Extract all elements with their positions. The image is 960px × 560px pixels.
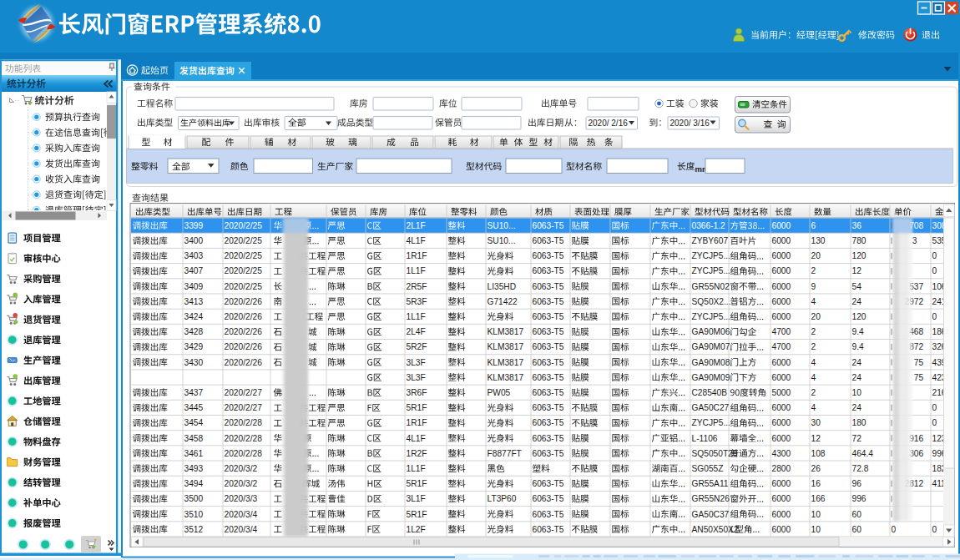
svg-text:2: 2 <box>811 388 816 397</box>
svg-text:3399: 3399 <box>184 221 204 230</box>
svg-text:24: 24 <box>852 358 862 367</box>
svg-text:996: 996 <box>852 494 867 503</box>
svg-text:3403: 3403 <box>184 251 204 260</box>
svg-text:3429: 3429 <box>184 342 204 351</box>
svg-text:2L4F: 2L4F <box>407 327 426 336</box>
svg-text:1L1F: 1L1F <box>407 464 426 473</box>
svg-text:6000: 6000 <box>772 221 791 230</box>
svg-text:2020/2/26: 2020/2/26 <box>225 297 263 306</box>
svg-text:3493: 3493 <box>184 464 204 473</box>
svg-text:6063-T5: 6063-T5 <box>533 251 564 260</box>
svg-text:6063-T5: 6063-T5 <box>533 494 564 503</box>
svg-text:6000: 6000 <box>772 525 791 534</box>
svg-text:75: 75 <box>914 358 924 367</box>
svg-text:6: 6 <box>811 221 816 230</box>
svg-text:12: 12 <box>811 434 821 443</box>
svg-text:24: 24 <box>852 403 862 412</box>
svg-text:2800: 2800 <box>772 464 791 473</box>
svg-text:6000: 6000 <box>772 510 791 519</box>
svg-text:108: 108 <box>811 449 826 458</box>
svg-text:36: 36 <box>852 221 862 230</box>
svg-text:2L1F: 2L1F <box>407 221 426 230</box>
svg-text:2020/3/2: 2020/3/2 <box>225 464 258 473</box>
svg-text:6000: 6000 <box>772 297 791 306</box>
svg-text:LI35HD: LI35HD <box>488 282 517 291</box>
svg-text:4: 4 <box>811 358 816 367</box>
svg-text:KLM3817: KLM3817 <box>488 342 524 351</box>
svg-text:464.4: 464.4 <box>852 449 874 458</box>
svg-text:30: 30 <box>811 418 821 427</box>
svg-text:6063-T5: 6063-T5 <box>533 221 564 230</box>
svg-text:4300: 4300 <box>772 449 791 458</box>
svg-text:2020/2/26: 2020/2/26 <box>225 342 263 351</box>
svg-text:6063-T5: 6063-T5 <box>533 434 564 443</box>
svg-text:2020/3/2: 2020/3/2 <box>225 479 258 488</box>
svg-text:6063-T5: 6063-T5 <box>533 373 564 382</box>
svg-text:3L3F: 3L3F <box>407 358 426 367</box>
svg-text:72: 72 <box>852 434 862 443</box>
svg-text:3407: 3407 <box>184 266 204 275</box>
svg-text:180: 180 <box>852 418 867 427</box>
svg-text:2020/2/28: 2020/2/28 <box>225 434 263 443</box>
svg-text:SG055Z: SG055Z <box>692 464 724 473</box>
svg-text:0: 0 <box>932 266 937 275</box>
svg-text:4700: 4700 <box>772 327 791 336</box>
svg-text:2020/2/25: 2020/2/25 <box>225 266 263 275</box>
svg-text:2: 2 <box>811 266 816 275</box>
svg-text:6063-T5: 6063-T5 <box>533 388 564 397</box>
svg-text:6063-T5: 6063-T5 <box>533 510 564 519</box>
svg-text:3409: 3409 <box>184 282 204 291</box>
svg-text:6000: 6000 <box>772 403 791 412</box>
svg-text:KLM3817: KLM3817 <box>488 358 524 367</box>
svg-text:6063-T5: 6063-T5 <box>533 327 564 336</box>
svg-text:24: 24 <box>852 297 862 306</box>
svg-text:L-1106: L-1106 <box>692 434 718 443</box>
svg-text:5000: 5000 <box>772 388 791 397</box>
svg-text:GA90M07.: GA90M07. <box>692 342 733 351</box>
svg-text:4700: 4700 <box>772 342 791 351</box>
svg-text:3L1F: 3L1F <box>407 494 426 503</box>
svg-text:2020/2/26: 2020/2/26 <box>225 312 263 321</box>
svg-text:GR55A11: GR55A11 <box>692 479 729 488</box>
svg-text:20: 20 <box>811 251 821 260</box>
svg-text:SU10...: SU10... <box>488 236 516 245</box>
svg-text:2: 2 <box>811 342 816 351</box>
svg-text:4: 4 <box>811 297 816 306</box>
svg-text:0: 0 <box>932 312 937 321</box>
svg-text:6000: 6000 <box>772 418 791 427</box>
svg-text:5R1F: 5R1F <box>407 479 427 488</box>
svg-text:72.8: 72.8 <box>852 464 869 473</box>
svg-text:10: 10 <box>811 510 821 519</box>
svg-text:LT3P60: LT3P60 <box>488 494 517 503</box>
svg-text:130: 130 <box>811 236 826 245</box>
svg-text:1L1F: 1L1F <box>407 312 426 321</box>
svg-text:0: 0 <box>932 525 937 534</box>
svg-text:3454: 3454 <box>184 418 204 427</box>
svg-text:10: 10 <box>811 525 821 534</box>
svg-text:9.4: 9.4 <box>852 327 864 336</box>
svg-text:2020/2/28: 2020/2/28 <box>225 418 263 427</box>
svg-text:2R5F: 2R5F <box>407 282 427 291</box>
svg-text:2020/2/27: 2020/2/27 <box>225 388 263 397</box>
svg-text:6063-T5: 6063-T5 <box>533 266 564 275</box>
svg-text:1R1F: 1R1F <box>407 418 427 427</box>
svg-text:4L1F: 4L1F <box>407 236 426 245</box>
svg-text:2: 2 <box>811 327 816 336</box>
svg-text:2020/3/4: 2020/3/4 <box>225 510 258 519</box>
svg-text:6000: 6000 <box>772 373 791 382</box>
svg-text:6063-T5: 6063-T5 <box>533 449 564 458</box>
svg-text:GA90M08.: GA90M08. <box>692 358 733 367</box>
svg-text:2020/2/25: 2020/2/25 <box>225 221 263 230</box>
svg-text:0: 0 <box>892 525 897 534</box>
svg-text:6063-T5: 6063-T5 <box>533 479 564 488</box>
svg-text:5R1F: 5R1F <box>407 403 427 412</box>
svg-text:0: 0 <box>932 251 937 260</box>
svg-text:2020/3/4: 2020/3/4 <box>225 525 258 534</box>
svg-text:3413: 3413 <box>184 297 204 306</box>
svg-text:2020/2/26: 2020/2/26 <box>225 358 263 367</box>
svg-text:6000: 6000 <box>772 434 791 443</box>
svg-text:PW05: PW05 <box>488 388 511 397</box>
svg-text:2020/ 2/16: 2020/ 2/16 <box>589 119 629 128</box>
svg-text:10: 10 <box>852 388 862 397</box>
svg-text:SQ50X2...: SQ50X2... <box>692 297 731 306</box>
